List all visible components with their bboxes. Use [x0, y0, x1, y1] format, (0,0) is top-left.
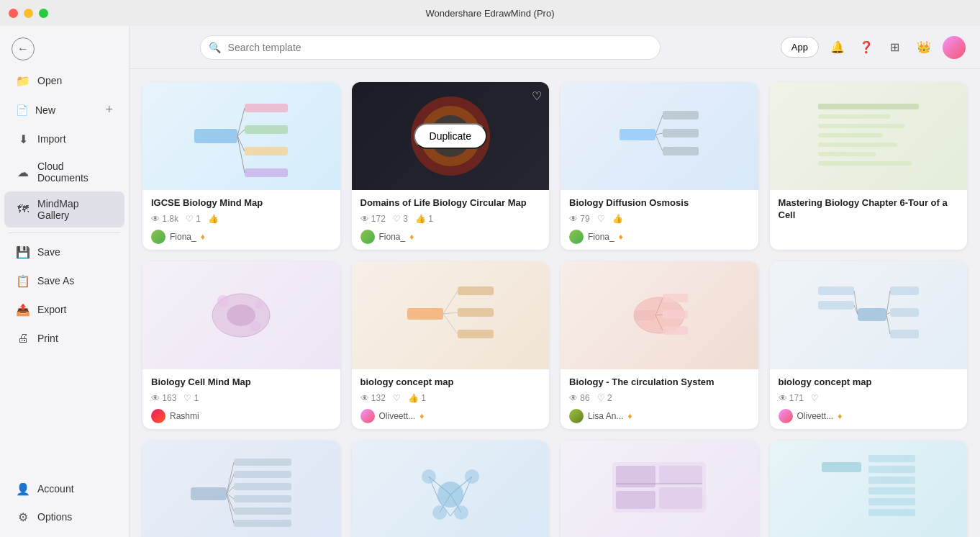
author-avatar-diffusion: [569, 230, 584, 244]
avatar[interactable]: [943, 36, 966, 59]
svg-rect-0: [194, 129, 237, 143]
svg-rect-63: [234, 495, 291, 502]
svg-rect-22: [818, 114, 890, 119]
print-icon: 🖨: [16, 331, 30, 346]
card-author-bioconcept2: Oliveett... ♦: [779, 409, 959, 423]
views-circulation: 👁 86: [569, 393, 590, 403]
svg-rect-53: [890, 330, 919, 338]
notification-icon[interactable]: 🔔: [827, 37, 848, 58]
card-igcse[interactable]: IGCSE Biology Mind Map 👁 1.8k ♡ 1 👍 Fion…: [142, 82, 340, 250]
svg-rect-60: [234, 459, 291, 466]
titlebar: Wondershare EdrawMind (Pro): [0, 0, 980, 26]
cloud-label: Cloud Documents: [37, 161, 113, 184]
minimize-button[interactable]: [24, 9, 33, 18]
close-button[interactable]: [9, 9, 18, 18]
back-button[interactable]: ←: [12, 37, 35, 60]
thumb-svg-mastering: [815, 89, 922, 183]
sidebar-item-open[interactable]: 📁 Open: [4, 67, 124, 94]
card-bio-cell[interactable]: Biology Cell Mind Map 👁 163 ♡ 1 Rashmi: [142, 261, 340, 429]
svg-rect-42: [663, 294, 688, 302]
card-diffusion[interactable]: Biology Diffusion Osmosis 👁 79 ♡ 👍 Fiona…: [561, 82, 758, 250]
sidebar: ← 📁 Open 📄 New + ⬇ Import ☁ Cloud Docume…: [0, 26, 130, 537]
svg-point-30: [217, 295, 229, 307]
thumb-svg-concept: [396, 268, 504, 362]
svg-rect-86: [659, 487, 702, 509]
likes-domains: ♡ 3: [393, 214, 408, 224]
card-sixkingdoms[interactable]: Six Kingdoms of Biology Mind Map 👁 390 ♡…: [352, 441, 550, 537]
svg-rect-35: [458, 308, 494, 317]
svg-rect-23: [818, 124, 904, 128]
help-icon[interactable]: ❓: [856, 37, 876, 58]
crown-icon[interactable]: 👑: [914, 37, 934, 58]
plus-icon: +: [105, 102, 113, 117]
svg-rect-43: [663, 310, 688, 319]
gold-badge-igcse: ♦: [201, 232, 205, 242]
author-avatar-bio-cell: [151, 409, 165, 423]
card-domains[interactable]: Life Duplicate ♡ Domains of Life Biology…: [352, 82, 550, 250]
duplicate-overlay: Duplicate: [352, 82, 550, 190]
sidebar-item-new[interactable]: 📄 New +: [4, 96, 124, 124]
card-menstrual[interactable]: Biology Menstrual Cycle 👁 85 ♡ 1 Fiona_ …: [561, 441, 758, 537]
author-name-igcse: Fiona_: [170, 232, 196, 242]
gold-badge-circulation: ♦: [627, 411, 632, 421]
sidebar-item-import[interactable]: ⬇ Import: [4, 125, 124, 153]
sidebar-item-cloud[interactable]: ☁ Cloud Documents: [4, 154, 124, 190]
options-icon: ⚙: [16, 510, 30, 524]
svg-rect-88: [822, 462, 861, 472]
svg-line-58: [886, 315, 890, 334]
author-name-bio-cell: Rashmi: [170, 411, 199, 421]
svg-line-39: [443, 314, 458, 334]
sidebar-item-options[interactable]: ⚙ Options: [4, 503, 124, 531]
thumb-svg-menstrual: [605, 448, 713, 537]
sidebar-item-saveas[interactable]: 📋 Save As: [4, 267, 124, 294]
card-circulation[interactable]: Biology - The circulation System 👁 86 ♡ …: [561, 261, 758, 429]
card-thumb-bio-cell: [142, 261, 340, 369]
svg-rect-91: [868, 477, 915, 484]
svg-rect-4: [245, 168, 288, 177]
svg-rect-52: [890, 308, 919, 317]
svg-rect-34: [458, 286, 494, 295]
author-avatar-domains: [360, 230, 375, 244]
maximize-button[interactable]: [39, 9, 48, 18]
thumb-svg-bottom: [815, 448, 922, 537]
svg-rect-33: [407, 308, 443, 320]
svg-line-18: [655, 115, 663, 135]
card-title-concept: biology concept map: [360, 376, 541, 389]
sidebar-item-save[interactable]: 💾 Save: [4, 238, 124, 266]
card-concept[interactable]: biology concept map 👁 132 ♡ 👍 1 Oliveett…: [352, 261, 550, 429]
sidebar-item-print[interactable]: 🖨 Print: [4, 325, 124, 352]
author-name-concept: Oliveett...: [379, 411, 416, 421]
svg-rect-36: [458, 330, 494, 338]
duplicate-button[interactable]: Duplicate: [414, 123, 487, 149]
card-meta-domains: 👁 172 ♡ 3 👍 1: [360, 214, 541, 224]
svg-rect-65: [234, 520, 291, 527]
svg-rect-90: [868, 466, 915, 473]
thumb-svg-circulation: [605, 268, 713, 362]
search-input[interactable]: [200, 35, 661, 60]
sidebar-item-account[interactable]: 👤 Account: [4, 475, 124, 502]
grid-icon[interactable]: ⊞: [885, 37, 905, 58]
sidebar-item-mindmap[interactable]: 🗺 MindMap Gallery: [4, 191, 124, 227]
svg-rect-21: [818, 104, 919, 109]
card-mastering[interactable]: Mastering Biology Chapter 6-Tour of a Ce…: [770, 82, 968, 250]
card-body-igcse: IGCSE Biology Mind Map 👁 1.8k ♡ 1 👍 Fion…: [142, 190, 340, 250]
back-nav[interactable]: ←: [0, 32, 129, 66]
svg-rect-2: [245, 125, 288, 134]
likes-bio-cell: ♡ 1: [183, 393, 199, 403]
card-bottom[interactable]: [770, 441, 968, 537]
open-label: Open: [37, 75, 113, 86]
author-avatar-igcse: [151, 230, 165, 244]
views-diffusion: 👁 79: [569, 214, 590, 224]
likes-diffusion: ♡: [597, 214, 605, 224]
views-bioconcept2: 👁 171: [779, 393, 804, 403]
author-name-bioconcept2: Oliveett...: [797, 411, 834, 421]
card-meta-concept: 👁 132 ♡ 👍 1: [360, 393, 541, 403]
card-body-bioconcept2: biology concept map 👁 171 ♡ Oliveett... …: [770, 369, 968, 429]
card-bioconcept2[interactable]: biology concept map 👁 171 ♡ Oliveett... …: [770, 261, 968, 429]
card-reproduction[interactable]: biology reproduction 👁 865 ♡ 4 👍 1 Roy M…: [142, 441, 340, 537]
sidebar-item-export[interactable]: 📤 Export: [4, 296, 124, 323]
card-thumb-concept: [352, 261, 550, 369]
app-button[interactable]: App: [781, 37, 819, 58]
svg-rect-93: [868, 498, 915, 505]
sidebar-divider: [9, 233, 120, 233]
